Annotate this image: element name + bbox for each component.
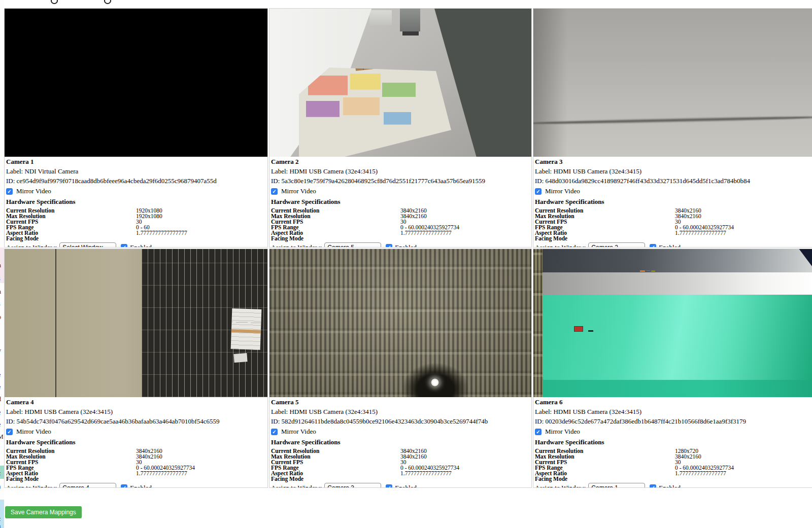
mirror-video-row: ✓ Mirror Video [535,428,812,436]
camera-panel: Camera 6 Label: HDMI USB Camera (32e4:34… [533,249,812,488]
enabled-checkbox[interactable]: ✓ [650,244,656,247]
enabled-checkbox[interactable]: ✓ [650,484,656,487]
enabled-checkbox[interactable]: ✓ [121,484,127,487]
assign-window-select[interactable]: Camera 3 ⌄ [324,483,381,487]
save-camera-mappings-button[interactable]: Save Camera Mappings [5,506,82,518]
left-edge-fragment: a [0,483,1,490]
camera-id-line: ID: 00203de96c52de677a472daf386edb1b6487… [535,417,812,425]
chevron-down-icon: ⌄ [374,243,378,247]
assign-window-select[interactable]: Camera 4 ⌄ [59,483,116,487]
spec-value [675,236,812,241]
camera-id-value: 582d91264611bde8da8c04559b0ce92106e43234… [282,417,488,425]
spec-row: Max Resolution3840x2160 [535,214,812,219]
assign-row: Assign to Window: Camera 3 ⌄ ✓ Enabled [271,483,530,487]
camera-panel: Camera 4 Label: HDMI USB Camera (32e4:34… [4,249,268,488]
assign-window-select[interactable]: Camera 1 ⌄ [588,483,645,487]
camera-label-value: HDMI USB Camera (32e4:3415) [553,167,641,175]
mirror-video-checkbox[interactable]: ✓ [271,429,278,435]
spec-value: 1.7777777777777777 [400,230,530,236]
mirror-video-checkbox[interactable]: ✓ [271,188,278,195]
spec-value: 1.7777777777777777 [675,471,812,476]
camera-id-value: 5a3c80e19e759f79a426280468925cf8d76d2551… [282,177,485,185]
camera-panel: Camera 5 Label: HDMI USB Camera (32e4:34… [269,249,532,488]
assign-window-select[interactable]: Select Window... ⌄ [59,242,116,247]
spec-row: Current FPS30 [535,219,812,225]
camera-grid: Camera 1 Label: NDI Virtual Camera ID: c… [4,8,812,488]
enabled-checkbox[interactable]: ✓ [386,244,392,247]
hardware-specs-title: Hardware Specifications [6,438,266,446]
camera-title: Camera 6 [535,398,812,406]
mirror-video-label: Mirror Video [16,428,51,436]
spec-row: Current FPS30 [535,460,812,465]
camera-panel: Camera 2 Label: HDMI USB Camera (32e4:34… [269,8,532,248]
check-icon: ✓ [651,484,655,487]
hardware-specs-title: Hardware Specifications [271,198,530,205]
spec-value: 3840x2160 [675,454,812,460]
camera-id-value: 54b54dc743f0476a629542d669cae5aa46b36baf… [17,417,220,425]
hardware-specs-table: Current Resolution1280x720 Max Resolutio… [535,448,812,482]
spec-row: Max Resolution3840x2160 [535,454,812,460]
spec-value: 3840x2160 [400,214,530,219]
camera-label-line: Label: HDMI USB Camera (32e4:3415) [535,408,812,415]
cropped-heading-descender [51,0,58,4]
assign-window-selected-value: Camera 2 [591,244,618,248]
spec-value: 3840x2160 [136,454,266,460]
spec-value [400,236,530,241]
mirror-video-row: ✓ Mirror Video [6,428,266,436]
camera-label-line: Label: HDMI USB Camera (32e4:3415) [535,167,812,175]
assign-row: Assign to Window: Camera 1 ⌄ ✓ Enabled [535,483,812,487]
spec-row: Facing Mode [271,236,530,241]
left-edge-fragment: s [0,300,1,308]
id-prefix: ID: [6,417,15,425]
spec-row: FPS Range0 - 60.000240325927734 [535,225,812,230]
video-layer [533,249,543,397]
check-icon: ✓ [272,188,276,195]
mirror-video-label: Mirror Video [281,187,316,195]
check-icon: ✓ [536,429,540,435]
mirror-video-checkbox[interactable]: ✓ [6,188,13,195]
assign-label: Assign to Window: [535,484,586,488]
mirror-video-label: Mirror Video [16,187,51,195]
left-edge-fragment: s [0,275,1,283]
spec-row: Aspect Ratio1.7777777777777777 [6,471,266,476]
enabled-label: Enabled [659,484,681,488]
id-prefix: ID: [535,417,544,425]
spec-value: 30 [136,219,266,225]
assign-window-select[interactable]: Camera 5 ⌄ [324,242,381,247]
label-prefix: Label: [535,167,552,175]
camera-label-value: NDI Virtual Camera [24,167,78,175]
spec-value [675,476,812,482]
camera-title: Camera 2 [271,158,530,165]
assign-window-select[interactable]: Camera 2 ⌄ [588,242,645,247]
spec-row: Facing Mode [535,236,812,241]
mirror-video-checkbox[interactable]: ✓ [6,429,13,435]
label-prefix: Label: [271,408,288,415]
spec-row: Aspect Ratio1.7777777777777777 [6,230,266,236]
mirror-video-checkbox[interactable]: ✓ [535,188,542,195]
enabled-checkbox[interactable]: ✓ [121,244,127,247]
video-layer [142,249,267,397]
spec-row: Current Resolution1280x720 [535,448,812,454]
assign-row: Assign to Window: Camera 5 ⌄ ✓ Enabled [271,242,530,247]
spec-row: Aspect Ratio1.7777777777777777 [271,230,530,236]
mirror-video-row: ✓ Mirror Video [6,187,266,195]
assign-row: Assign to Window: Camera 2 ⌄ ✓ Enabled [535,242,812,247]
spec-row: Aspect Ratio1.7777777777777777 [271,471,530,476]
camera-info: Camera 2 Label: HDMI USB Camera (32e4:34… [269,157,531,247]
camera-title: Camera 3 [535,158,812,165]
page-root: { "labels": { "label_prefix": "Label:", … [0,0,812,528]
video-layer [533,9,567,157]
enabled-checkbox[interactable]: ✓ [386,484,392,487]
spec-value [400,476,530,482]
spec-row: Facing Mode [6,476,266,482]
spec-value: 1.7777777777777777 [675,230,812,236]
spec-value: 3840x2160 [400,454,530,460]
spec-row: Current Resolution3840x2160 [535,208,812,214]
left-edge-fragment: e [0,421,1,429]
enabled-label: Enabled [395,484,417,488]
spec-value: 1.7777777777777777 [136,230,266,236]
left-edge-fragment: M [0,433,4,441]
mirror-video-checkbox[interactable]: ✓ [535,429,542,435]
video-preview [269,249,531,397]
check-icon: ✓ [122,484,126,487]
